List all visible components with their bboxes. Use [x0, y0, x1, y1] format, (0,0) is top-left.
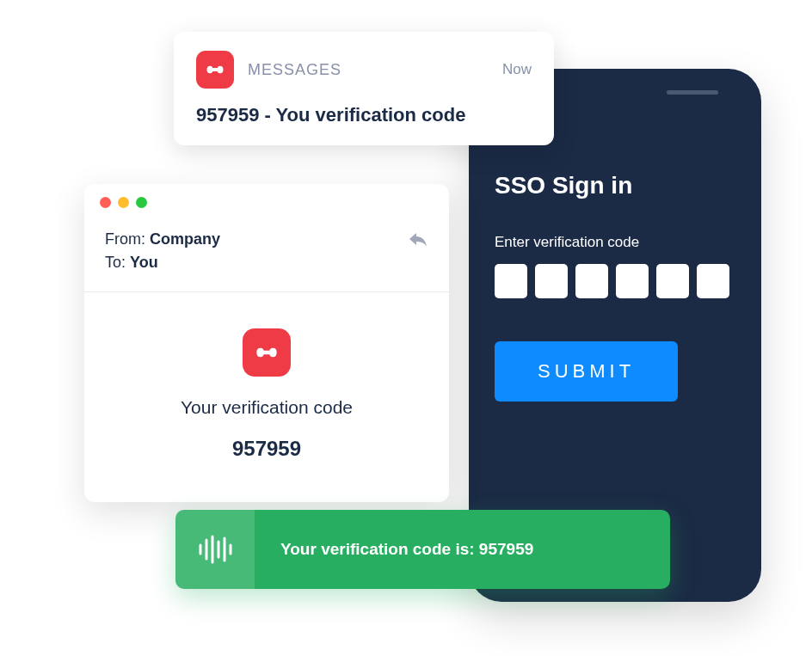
email-title: Your verification code	[105, 397, 428, 418]
code-input-1[interactable]	[495, 264, 527, 298]
email-header: From: Company To: You	[84, 221, 449, 292]
minimize-button[interactable]	[118, 197, 129, 208]
reply-button[interactable]	[408, 231, 428, 252]
phone-speaker	[667, 90, 718, 95]
reply-icon	[408, 231, 428, 248]
sms-notification[interactable]: MESSAGES Now 957959 - You verification c…	[174, 32, 554, 145]
email-addresses: From: Company To: You	[105, 228, 220, 274]
waveform-icon	[197, 535, 233, 564]
app-name: MESSAGES	[248, 61, 502, 79]
email-body: Your verification code 957959	[84, 292, 449, 502]
to-value: You	[130, 254, 158, 271]
notification-timestamp: Now	[502, 61, 532, 78]
notification-header: MESSAGES Now	[196, 51, 532, 89]
app-icon	[196, 51, 234, 89]
email-window: From: Company To: You Your verification …	[84, 184, 449, 502]
submit-button[interactable]: SUBMIT	[495, 341, 678, 402]
email-code: 957959	[105, 437, 428, 461]
from-label: From:	[105, 230, 150, 248]
to-label: To:	[105, 254, 130, 271]
code-input-5[interactable]	[656, 264, 689, 298]
maximize-button[interactable]	[136, 197, 147, 208]
voice-text: Your verification code is: 957959	[255, 540, 670, 559]
window-controls	[84, 184, 449, 221]
code-input-4[interactable]	[616, 264, 649, 298]
code-input-6[interactable]	[697, 264, 729, 298]
notification-body: 957959 - You verification code	[196, 104, 532, 126]
code-input-group	[495, 264, 735, 298]
close-button[interactable]	[100, 197, 111, 208]
sso-title: SSO Sign in	[495, 172, 735, 199]
voice-icon-container	[175, 510, 255, 589]
verification-label: Enter verification code	[495, 234, 735, 251]
code-input-3[interactable]	[575, 264, 608, 298]
link-icon	[204, 58, 226, 81]
voice-notification: Your verification code is: 957959	[175, 510, 670, 589]
from-value: Company	[150, 230, 220, 248]
code-input-2[interactable]	[535, 264, 568, 298]
link-icon	[253, 339, 280, 366]
email-app-icon	[243, 328, 291, 377]
